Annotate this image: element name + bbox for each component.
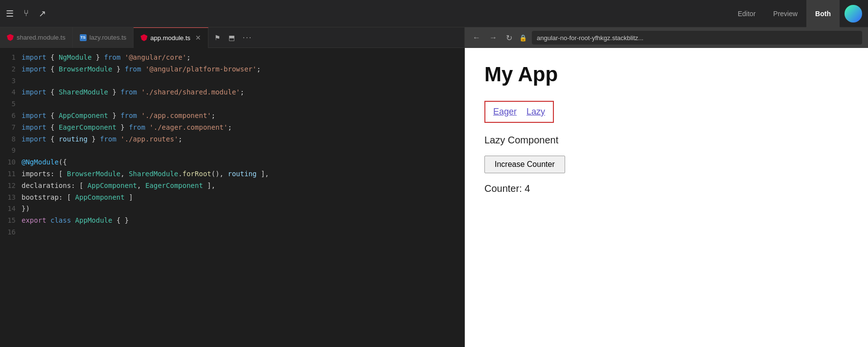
token-str: '@angular/core'	[120, 53, 186, 61]
line-number: 8	[4, 134, 22, 145]
lazy-link[interactable]: Lazy	[526, 107, 545, 117]
line-content: import { AppComponent } from './app.comp…	[22, 110, 460, 122]
token-punct: ;	[240, 88, 244, 96]
token-cls: NgModule	[59, 53, 91, 61]
token-punct: ;	[256, 65, 260, 73]
editor-panel: shared.module.ts TS lazy.routes.ts app.m…	[0, 27, 465, 347]
line-content	[22, 75, 460, 87]
line-number: 1	[4, 52, 22, 64]
line-number: 2	[4, 64, 22, 75]
token-punct: ;	[186, 53, 190, 61]
token-punct: }	[116, 123, 129, 131]
refresh-button[interactable]: ↻	[504, 32, 514, 44]
token-punct: }	[108, 88, 120, 96]
token-str: '@angular/platform-browser'	[141, 65, 256, 73]
token-str: './app.component'	[137, 112, 211, 119]
token-punct: ;	[178, 135, 182, 143]
token-punct: }	[91, 53, 104, 61]
token-punct: ]	[125, 193, 133, 201]
line-content: import { SharedModule } from './shared/s…	[22, 87, 460, 98]
line-number: 4	[4, 87, 22, 98]
line-content	[22, 145, 460, 157]
close-icon[interactable]: ✕	[195, 34, 201, 42]
bookmark-icon[interactable]: ⚑	[214, 34, 221, 42]
lock-icon: 🔒	[519, 34, 527, 42]
token-cls: AppComponent	[88, 182, 137, 189]
token-cls: AppComponent	[75, 193, 125, 201]
more-options-icon[interactable]: ···	[243, 33, 252, 42]
code-line-8: 8import { routing } from './app.routes';	[0, 134, 464, 145]
token-cls: AppComponent	[59, 112, 108, 119]
avatar[interactable]	[845, 5, 862, 23]
ts-icon: TS	[80, 34, 87, 41]
line-content: })	[22, 203, 460, 215]
line-number: 14	[4, 203, 22, 215]
token-punct: ,	[120, 170, 129, 178]
browser-bar: ← → ↻ 🔒	[465, 27, 868, 48]
line-content: bootstrap: [ AppComponent ]	[22, 192, 460, 204]
fork-icon[interactable]: ⑂	[23, 8, 29, 19]
code-line-9: 9	[0, 145, 464, 157]
line-number: 11	[4, 168, 22, 180]
code-line-6: 6import { AppComponent } from './app.com…	[0, 110, 464, 122]
editor-toolbar: ⚑ ⬒ ···	[208, 29, 464, 46]
token-punct: ({	[59, 158, 67, 166]
token-fn: forRoot	[183, 170, 211, 178]
forward-button[interactable]: →	[487, 32, 499, 43]
token-punct: { }	[112, 216, 129, 224]
line-number: 16	[4, 227, 22, 238]
code-line-5: 5	[0, 98, 464, 110]
line-number: 12	[4, 180, 22, 192]
preview-view-button[interactable]: Preview	[764, 0, 806, 27]
tab-lazy-routes[interactable]: TS lazy.routes.ts	[73, 27, 134, 48]
hamburger-icon[interactable]: ☰	[6, 8, 14, 19]
both-view-button[interactable]: Both	[806, 0, 840, 27]
line-content: export class AppModule { }	[22, 215, 460, 227]
code-line-12: 12 declarations: [ AppComponent, EagerCo…	[0, 180, 464, 192]
token-kw: from	[100, 135, 116, 143]
line-number: 13	[4, 192, 22, 204]
token-str: './shared/shared.module'	[137, 88, 240, 96]
token-punct: {	[46, 53, 59, 61]
token-kw: import	[22, 112, 46, 119]
tab-shared-label: shared.module.ts	[17, 34, 66, 41]
token-punct: ;	[228, 123, 231, 131]
code-editor[interactable]: 1import { NgModule } from '@angular/core…	[0, 48, 464, 347]
eager-link[interactable]: Eager	[493, 107, 517, 117]
line-number: 15	[4, 215, 22, 227]
token-punct: ],	[203, 182, 215, 189]
angular-icon-active	[140, 34, 147, 41]
token-kw2: export	[22, 216, 46, 224]
code-line-16: 16	[0, 227, 464, 238]
back-button[interactable]: ←	[471, 32, 482, 43]
component-label: Lazy Component	[484, 135, 848, 146]
token-str: './eager.component'	[145, 123, 228, 131]
preview-panel: ← → ↻ 🔒 My App Eager Lazy Lazy Component…	[465, 27, 868, 347]
token-punct: {	[46, 135, 59, 143]
url-bar[interactable]	[532, 31, 862, 45]
increase-counter-button[interactable]: Increase Counter	[484, 156, 565, 173]
line-content: declarations: [ AppComponent, EagerCompo…	[22, 180, 460, 192]
tab-shared-module[interactable]: shared.module.ts	[0, 27, 73, 48]
tab-lazy-label: lazy.routes.ts	[90, 34, 127, 41]
line-number: 3	[4, 75, 22, 87]
token-var: routing	[59, 135, 88, 143]
token-punct: imports: [	[22, 170, 67, 178]
tab-app-module[interactable]: app.module.ts ✕	[134, 27, 208, 48]
line-content: @NgModule({	[22, 157, 460, 168]
token-kw: from	[120, 88, 137, 96]
code-line-7: 7import { EagerComponent } from './eager…	[0, 122, 464, 134]
top-bar-right: Editor Preview Both	[729, 0, 862, 27]
token-punct: })	[22, 205, 30, 212]
code-line-14: 14})	[0, 203, 464, 215]
token-punct: {	[46, 65, 59, 73]
token-cls: EagerComponent	[59, 123, 116, 131]
line-content: imports: [ BrowserModule, SharedModule.f…	[22, 168, 460, 180]
token-kw: import	[22, 65, 46, 73]
share-icon[interactable]: ↗	[39, 8, 46, 19]
token-str: './app.routes'	[116, 135, 178, 143]
line-content: import { BrowserModule } from '@angular/…	[22, 64, 460, 75]
editor-view-button[interactable]: Editor	[729, 0, 765, 27]
split-icon[interactable]: ⬒	[228, 34, 235, 42]
line-number: 6	[4, 110, 22, 122]
